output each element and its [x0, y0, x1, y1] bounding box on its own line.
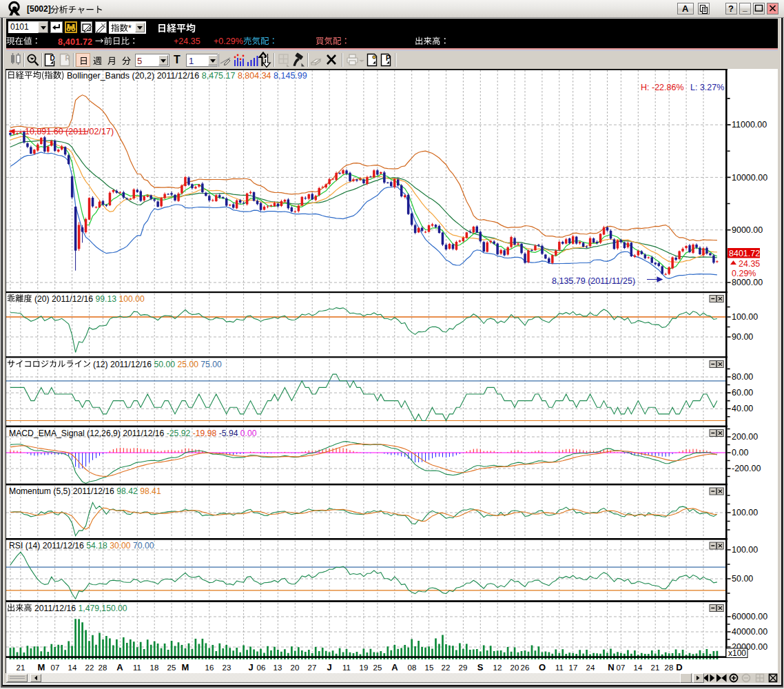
- svg-text:0.29%: 0.29%: [732, 269, 756, 278]
- svg-text:+24.35: +24.35: [174, 37, 200, 46]
- svg-text:+0.29%: +0.29%: [214, 37, 243, 46]
- svg-text:18: 18: [150, 664, 159, 672]
- svg-text:60.00: 60.00: [732, 388, 753, 398]
- svg-text:2011/12/16 1,479,150.00: 2011/12/16 1,479,150.00: [34, 604, 127, 613]
- svg-text:100.00: 100.00: [732, 545, 758, 555]
- svg-text:8000.00: 8000.00: [732, 278, 763, 287]
- svg-text:21: 21: [17, 664, 25, 672]
- svg-text:14: 14: [634, 664, 643, 672]
- svg-text:O: O: [539, 662, 546, 672]
- svg-text:100.00: 100.00: [732, 312, 758, 322]
- svg-text:29: 29: [459, 664, 468, 672]
- svg-text:24: 24: [586, 664, 595, 672]
- svg-text:26: 26: [521, 664, 530, 672]
- svg-text:19: 19: [360, 664, 369, 672]
- svg-text:11: 11: [342, 664, 351, 672]
- svg-text:*: *: [128, 23, 132, 33]
- svg-text:J: J: [327, 662, 331, 672]
- svg-text:L: 3.27%: L: 3.27%: [690, 83, 724, 92]
- svg-text:23: 23: [223, 664, 231, 672]
- svg-text:08: 08: [408, 664, 417, 672]
- svg-text:P: P: [386, 54, 391, 62]
- svg-text:22: 22: [442, 664, 451, 672]
- svg-text:10,891.60 (2011/02/17): 10,891.60 (2011/02/17): [25, 127, 114, 136]
- svg-text:80.00: 80.00: [732, 372, 753, 382]
- svg-text:28: 28: [99, 664, 107, 672]
- svg-text:14: 14: [68, 664, 77, 672]
- svg-text:x100: x100: [728, 648, 746, 658]
- svg-text:9000.00: 9000.00: [732, 225, 763, 235]
- svg-text:22: 22: [85, 664, 94, 672]
- svg-text:12: 12: [493, 664, 502, 672]
- svg-text:R: R: [65, 54, 71, 62]
- svg-text:(12) 2011/12/16 50.00 25.00 75: (12) 2011/12/16 50.00 25.00 75.00: [93, 360, 222, 369]
- svg-text:25: 25: [373, 664, 382, 672]
- svg-text:40.00: 40.00: [732, 404, 753, 413]
- svg-text:07: 07: [51, 664, 60, 672]
- svg-text:24.35: 24.35: [739, 259, 760, 269]
- svg-text:11000.00: 11000.00: [732, 120, 767, 130]
- svg-text:28: 28: [665, 664, 674, 672]
- svg-text:D: D: [676, 662, 682, 672]
- svg-text:07: 07: [617, 664, 626, 672]
- svg-text:S: S: [477, 662, 484, 672]
- svg-text:M: M: [182, 662, 189, 672]
- svg-text:20: 20: [510, 664, 519, 672]
- svg-text:25: 25: [167, 664, 176, 672]
- svg-text:11: 11: [555, 664, 564, 672]
- svg-text:60000.00: 60000.00: [732, 612, 767, 621]
- svg-text:50.00: 50.00: [732, 574, 753, 584]
- svg-text:90.00: 90.00: [732, 332, 753, 342]
- svg-text:A: A: [116, 662, 123, 672]
- svg-text:N: N: [608, 662, 614, 672]
- svg-text:27: 27: [308, 664, 317, 672]
- svg-text:Momentum (5,5) 2011/12/16 98.4: Momentum (5,5) 2011/12/16 98.42 98.41: [9, 486, 161, 496]
- svg-text:15: 15: [425, 664, 434, 672]
- svg-text:H: -22.86%: H: -22.86%: [641, 83, 684, 92]
- svg-text:_: _: [742, 3, 747, 12]
- svg-text:M: M: [38, 662, 45, 672]
- svg-text:16: 16: [205, 664, 214, 672]
- svg-text:D: D: [50, 54, 55, 62]
- svg-text:MACD_EMA_Signal (12,26,9) 2011: MACD_EMA_Signal (12,26,9) 2011/12/16 -25…: [9, 429, 257, 438]
- svg-text:RSI (14) 2011/12/16 54.18 30.0: RSI (14) 2011/12/16 54.18 30.00 70.00: [9, 541, 154, 551]
- svg-text:10000.00: 10000.00: [732, 173, 767, 183]
- svg-text:100.00: 100.00: [732, 508, 758, 517]
- svg-text:40000.00: 40000.00: [732, 627, 767, 637]
- svg-text:11: 11: [133, 664, 141, 672]
- svg-text:8401.72: 8401.72: [729, 249, 760, 258]
- svg-text:8,401.72: 8,401.72: [58, 37, 92, 47]
- svg-text:A: A: [682, 3, 689, 14]
- svg-text:?: ?: [728, 3, 734, 14]
- svg-text:06: 06: [257, 664, 266, 672]
- svg-text:21: 21: [651, 664, 660, 672]
- svg-text:(20) 2011/12/16 99.13 100.00: (20) 2011/12/16 99.13 100.00: [34, 294, 145, 304]
- svg-text:-200.00: -200.00: [732, 464, 761, 473]
- svg-text:20: 20: [291, 664, 300, 672]
- svg-text:8,135.79 (2011/11/25): 8,135.79 (2011/11/25): [552, 276, 635, 286]
- svg-text:13: 13: [274, 664, 282, 672]
- svg-text:200.00: 200.00: [732, 432, 758, 442]
- svg-text:Bollinger_Bands (20,2) 2011/12: Bollinger_Bands (20,2) 2011/12/16 8,475.…: [67, 71, 307, 81]
- svg-text:J: J: [248, 662, 253, 672]
- svg-text:0.00: 0.00: [732, 448, 748, 457]
- svg-text:A: A: [391, 662, 398, 672]
- svg-text:17: 17: [569, 664, 578, 672]
